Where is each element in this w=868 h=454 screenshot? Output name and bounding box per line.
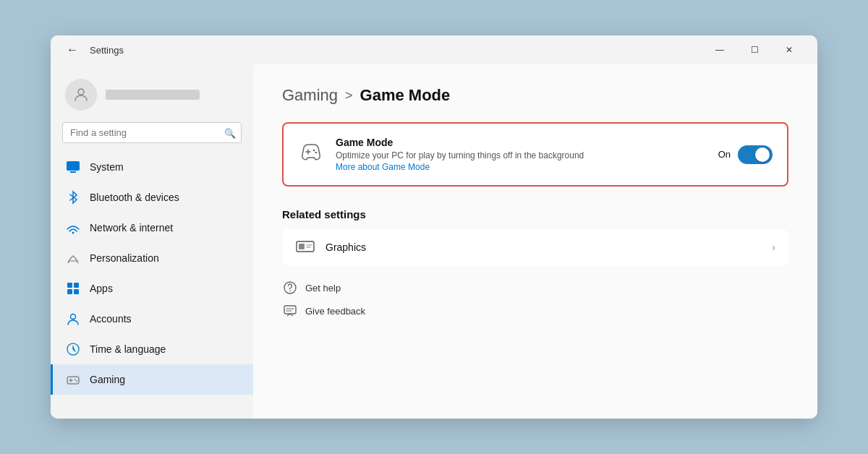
help-links: Get help Give feedback xyxy=(282,280,788,319)
time-icon xyxy=(65,341,81,357)
sidebar-item-label-accounts: Accounts xyxy=(90,313,132,325)
game-mode-icon xyxy=(298,140,324,168)
svg-rect-7 xyxy=(67,289,72,294)
breadcrumb-separator: > xyxy=(345,88,353,103)
svg-rect-2 xyxy=(70,171,76,173)
user-profile xyxy=(51,73,253,122)
svg-point-0 xyxy=(78,89,84,95)
sidebar-item-label-apps: Apps xyxy=(90,283,113,294)
maximize-button[interactable]: ☐ xyxy=(738,38,771,61)
related-settings-title: Related settings xyxy=(282,208,788,220)
sidebar-item-gaming[interactable]: Gaming xyxy=(51,364,253,395)
main-content: Gaming > Game Mode Game Mode xyxy=(253,64,817,419)
give-feedback-icon xyxy=(282,303,298,319)
sidebar-item-label-network: Network & internet xyxy=(90,222,173,234)
breadcrumb-parent: Gaming xyxy=(282,86,338,105)
give-feedback-label: Give feedback xyxy=(305,306,365,317)
title-bar-left: ← Settings xyxy=(62,42,703,58)
sidebar-item-network[interactable]: Network & internet xyxy=(51,213,253,243)
chevron-right-icon: › xyxy=(772,241,775,253)
get-help-label: Get help xyxy=(305,283,341,294)
svg-rect-21 xyxy=(299,244,305,249)
sidebar-item-label-time: Time & language xyxy=(90,343,166,355)
settings-window: ← Settings — ☐ ✕ 🔍 xyxy=(51,35,817,419)
sidebar-item-apps[interactable]: Apps xyxy=(51,273,253,304)
network-icon xyxy=(65,220,81,236)
toggle-area: On xyxy=(718,145,773,164)
sidebar-item-time[interactable]: Time & language xyxy=(51,334,253,364)
sidebar-item-label-personalization: Personalization xyxy=(90,252,159,264)
window-title: Settings xyxy=(90,45,124,56)
close-button[interactable]: ✕ xyxy=(773,38,806,61)
svg-rect-1 xyxy=(67,161,80,171)
personalization-icon xyxy=(65,250,81,266)
svg-rect-8 xyxy=(74,289,79,294)
sidebar-item-bluetooth[interactable]: Bluetooth & devices xyxy=(51,182,253,213)
toggle-label: On xyxy=(718,149,731,160)
breadcrumb: Gaming > Game Mode xyxy=(282,86,788,105)
give-feedback-link[interactable]: Give feedback xyxy=(282,303,788,319)
svg-rect-26 xyxy=(284,306,296,314)
avatar xyxy=(65,79,97,111)
gaming-icon xyxy=(65,372,81,387)
svg-point-15 xyxy=(76,380,77,382)
related-settings-section: Related settings Graphics › xyxy=(282,208,788,265)
breadcrumb-current: Game Mode xyxy=(360,86,451,105)
svg-point-18 xyxy=(313,150,315,152)
svg-point-14 xyxy=(75,379,76,380)
sidebar-item-system[interactable]: System xyxy=(51,152,253,182)
system-icon xyxy=(65,159,81,175)
get-help-icon xyxy=(282,280,298,296)
svg-point-3 xyxy=(72,232,75,234)
content-area: 🔍 System Bluetooth & devices Network & xyxy=(51,64,817,419)
title-bar: ← Settings — ☐ ✕ xyxy=(51,35,817,64)
graphics-item[interactable]: Graphics › xyxy=(282,229,788,265)
game-mode-title: Game Mode xyxy=(336,137,707,148)
sidebar-item-personalization[interactable]: Personalization xyxy=(51,243,253,273)
search-input[interactable] xyxy=(62,122,242,143)
search-box: 🔍 xyxy=(62,122,242,143)
bluetooth-icon xyxy=(65,189,81,205)
game-mode-toggle[interactable] xyxy=(738,145,773,164)
game-mode-link[interactable]: More about Game Mode xyxy=(336,162,707,172)
sidebar: 🔍 System Bluetooth & devices Network & xyxy=(51,64,253,419)
window-controls: — ☐ ✕ xyxy=(703,38,806,61)
sidebar-item-label-bluetooth: Bluetooth & devices xyxy=(90,192,179,203)
accounts-icon xyxy=(65,311,81,327)
sidebar-item-label-gaming: Gaming xyxy=(90,374,125,385)
game-mode-description: Optimize your PC for play by turning thi… xyxy=(336,150,707,160)
svg-point-25 xyxy=(289,291,291,292)
sidebar-item-accounts[interactable]: Accounts xyxy=(51,304,253,334)
apps-icon xyxy=(65,280,81,296)
related-settings-card: Graphics › xyxy=(282,229,788,265)
game-mode-card: Game Mode Optimize your PC for play by t… xyxy=(282,122,788,187)
graphics-icon xyxy=(295,239,315,255)
svg-point-9 xyxy=(71,314,76,320)
svg-rect-5 xyxy=(67,283,72,288)
minimize-button[interactable]: — xyxy=(703,38,736,61)
get-help-link[interactable]: Get help xyxy=(282,280,788,296)
user-name-placeholder xyxy=(106,90,200,100)
game-mode-info: Game Mode Optimize your PC for play by t… xyxy=(336,137,707,172)
svg-point-19 xyxy=(315,152,318,154)
graphics-label: Graphics xyxy=(326,241,762,253)
sidebar-item-label-system: System xyxy=(90,161,124,173)
svg-rect-6 xyxy=(74,283,79,288)
back-button[interactable]: ← xyxy=(62,42,82,58)
